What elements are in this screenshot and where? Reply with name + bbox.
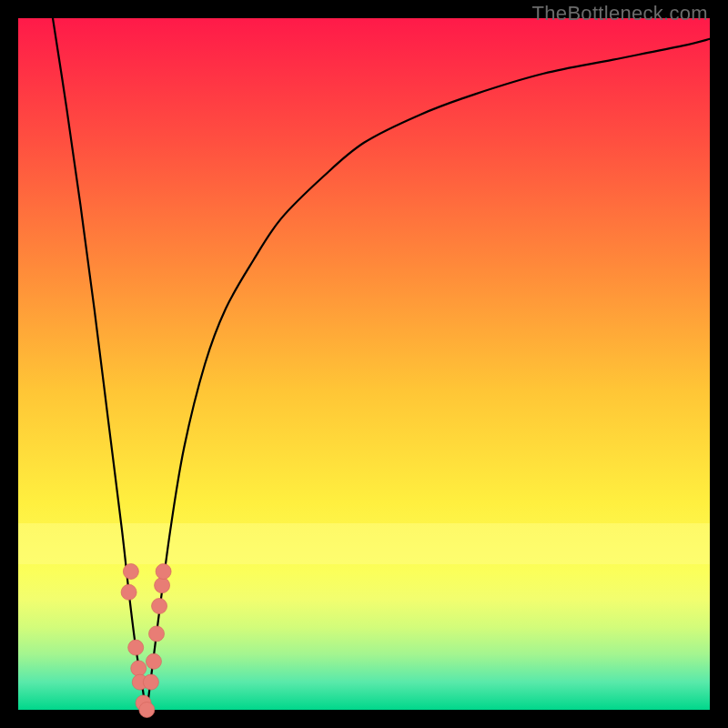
data-point [156, 564, 171, 580]
data-point [128, 640, 144, 655]
data-points-group [121, 564, 171, 718]
data-point [139, 703, 155, 718]
data-point [149, 626, 165, 642]
data-point [155, 578, 170, 593]
data-point [121, 584, 136, 600]
data-point [123, 564, 138, 580]
chart-svg [18, 18, 710, 710]
data-point [131, 661, 147, 676]
data-point [146, 653, 161, 669]
data-point [143, 674, 158, 690]
data-point [152, 599, 167, 614]
